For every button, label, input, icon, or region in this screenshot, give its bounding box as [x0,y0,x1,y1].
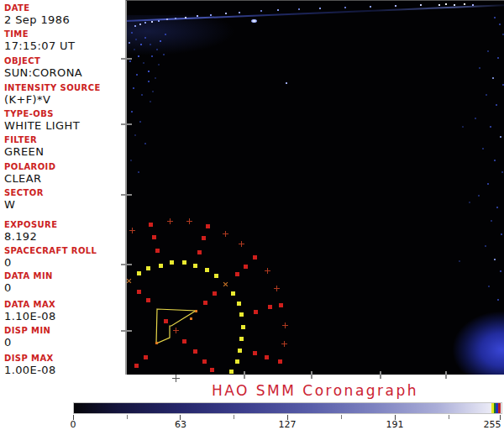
red-contour-dot [203,301,207,305]
metadata-field-label: TIME [4,29,126,39]
bottom-fiducial-tick [244,371,245,379]
coronagraph-image-viewport [126,0,504,375]
metadata-field-label: SPACECRAFT ROLL [4,246,126,256]
polygon-vertex-dot [190,317,192,320]
metadata-field-value: (K+F)*V [4,93,126,106]
metadata-field-label: EXPOSURE [4,220,126,230]
yellow-contour-dot [182,260,186,265]
left-fiducial-tick [121,330,132,332]
yellow-contour-dot [231,291,235,296]
intensity-colorbar [73,402,502,414]
metadata-field-label: POLAROID [4,162,126,172]
metadata-field-value: 0 [4,256,126,269]
cross-marker-icon [186,218,192,224]
red-contour-dot [137,290,141,294]
metadata-field-value: W [4,198,126,211]
yellow-contour-dot [239,312,244,317]
metadata-field-value: GREEN [4,145,126,158]
metadata-field-label: DISP MAX [4,354,126,364]
cross-marker-icon [274,286,280,291]
metadata-field: FILTER GREEN [4,135,126,158]
red-contour-dot [253,351,257,355]
yellow-contour-dot [205,268,209,272]
red-contour-dot [197,250,202,254]
red-contour-dot [134,364,139,368]
image-top-border [126,0,504,1]
left-fiducial-tick [121,58,132,60]
metadata-field: OBJECT SUN:CORONA [4,56,126,79]
cross-marker-icon [223,231,228,237]
metadata-field-label: DATA MIN [4,271,126,281]
colorbar-scale-label: 127 [279,419,297,430]
cross-marker-icon [167,218,173,224]
metadata-field: DISP MIN 0 [4,326,126,349]
bottom-fiducial-tick [445,371,447,379]
polygon-vertex-dot [195,310,197,312]
metadata-field: SPACECRAFT ROLL 0 [4,246,126,269]
red-contour-dot [202,236,206,240]
metadata-field-label: DATA MAX [4,300,126,310]
colorbar-minor-tick [234,415,234,419]
colorbar-minor-tick [127,415,128,419]
left-fiducial-tick [121,123,132,125]
colorbar-scale-label: 191 [386,419,404,430]
colorbar-scale-label: 0 [71,419,76,430]
yellow-contour-dot [238,349,242,353]
cross-marker-icon [129,228,135,233]
yellow-contour-dot [159,264,163,268]
colorbar-scale-label: 255 [484,419,501,430]
red-contour-dot [206,224,210,228]
yellow-contour-dot [239,337,244,341]
metadata-field-label: OBJECT [4,56,126,66]
red-contour-dot [268,305,272,309]
red-contour-dot [253,255,257,260]
metadata-sidebar: DATE 2 Sep 1986 TIME 17:15:07 UT OBJECT … [0,0,126,375]
red-contour-dot [182,339,186,343]
colorbar-overlay-stripe [498,403,501,413]
colorbar-minor-tick [449,415,449,419]
yellow-contour-dot [193,264,197,268]
metadata-field-value: 2 Sep 1986 [4,13,126,26]
colorbar-minor-tick [341,415,342,419]
red-contour-dot [278,359,282,364]
red-contour-dot [152,235,156,239]
metadata-field-label: SECTOR [4,188,126,198]
yellow-contour-dot [235,359,239,364]
metadata-field-label: DISP MIN [4,326,126,336]
metadata-field-value: 8.192 [4,230,126,243]
red-contour-dot [244,265,248,269]
red-contour-dot [144,355,148,359]
metadata-field: DATA MAX 1.10E-08 [4,300,126,322]
red-contour-dot [254,310,258,314]
red-contour-dot [149,223,153,227]
metadata-field: SECTOR W [4,188,126,211]
bottom-fiducial-tick [311,371,312,379]
metadata-field-value: 0 [4,281,126,294]
yellow-contour-dot [229,370,234,374]
bottom-fiducial-tick [380,371,381,379]
red-contour-dot [279,303,283,307]
cross-marker-icon [265,268,270,274]
red-contour-dot [213,291,217,296]
metadata-field-label: INTENSITY SOURCE [4,83,126,93]
contour-polygon-layer [126,0,504,375]
cross-marker-icon [282,322,288,328]
red-contour-dot [155,249,160,253]
instrument-title: HAO SMM Coronagraph [126,382,504,399]
metadata-field: TIME 17:15:07 UT [4,29,126,52]
metadata-field: INTENSITY SOURCE (K+F)*V [4,83,126,106]
metadata-field-value: 17:15:07 UT [4,39,126,52]
red-contour-dot [265,355,269,359]
metadata-field: EXPOSURE 8.192 [4,220,126,243]
metadata-field: DISP MAX 1.00E-08 [4,354,126,376]
metadata-field-label: FILTER [4,135,126,145]
fiducial-cross-icon [172,375,180,382]
red-contour-dot [164,319,168,323]
red-contour-dot [210,368,214,372]
polygon-vertex-dot [155,342,158,344]
coronagraph-viewer: { "app": {"title": "HAO SMM Coronagraph"… [0,0,504,430]
sidebar-image-divider [125,0,127,375]
cross-marker-icon [173,328,179,333]
yellow-contour-dot [237,302,241,306]
metadata-field-value: WHITE LIGHT [4,119,126,132]
